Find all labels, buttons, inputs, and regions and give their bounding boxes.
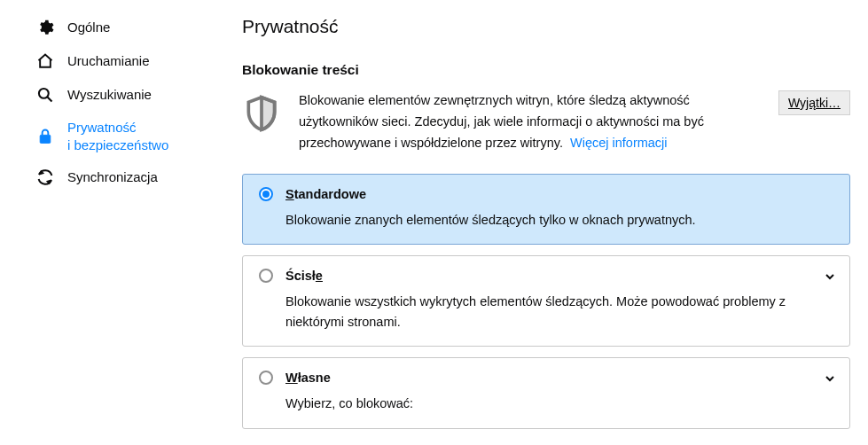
sync-icon — [35, 168, 55, 187]
sidebar-item-general[interactable]: Ogólne — [0, 11, 217, 44]
option-standard[interactable]: Standardowe Blokowanie znanych elementów… — [242, 174, 850, 245]
sidebar-item-label: Wyszukiwanie — [67, 86, 152, 104]
sidebar-item-label: Ogólne — [67, 19, 110, 36]
sidebar-item-search[interactable]: Wyszukiwanie — [0, 78, 217, 112]
section-title: Blokowanie treści — [242, 62, 850, 78]
sidebar-item-label: Synchronizacja — [67, 168, 158, 186]
option-description: Blokowanie wszystkich wykrytych elementó… — [285, 292, 833, 332]
svg-rect-2 — [40, 135, 51, 143]
chevron-down-icon — [825, 372, 835, 383]
sidebar-item-label: Uruchamianie — [67, 52, 150, 70]
chevron-down-icon — [825, 270, 835, 281]
option-header: Własne — [259, 371, 833, 385]
sidebar: Ogólne Uruchamianie Wyszukiwanie Prywatn… — [0, 0, 217, 445]
main-content: Prywatność Blokowanie treści Blokowanie … — [217, 0, 868, 445]
svg-point-0 — [39, 89, 49, 98]
option-title: Własne — [285, 371, 331, 385]
more-info-link[interactable]: Więcej informacji — [570, 136, 668, 150]
option-custom[interactable]: Własne Wybierz, co blokować: — [242, 357, 850, 428]
option-title: Ścisłe — [285, 269, 323, 283]
lock-icon — [35, 127, 55, 146]
option-header: Standardowe — [259, 187, 833, 201]
radio-strict[interactable] — [259, 269, 273, 283]
option-description: Blokowanie znanych elementów śledzących … — [285, 210, 833, 230]
radio-standard[interactable] — [259, 187, 273, 201]
section-description-row: Blokowanie elementów zewnętrznych witryn… — [242, 90, 850, 154]
exceptions-button[interactable]: Wyjątki… — [778, 90, 850, 115]
sidebar-item-label: Prywatność i bezpieczeństwo — [67, 119, 168, 153]
radio-custom[interactable] — [259, 371, 273, 385]
sidebar-item-sync[interactable]: Synchronizacja — [0, 160, 217, 194]
svg-line-1 — [48, 98, 52, 102]
gear-icon — [35, 18, 55, 37]
page-title: Prywatność — [242, 16, 850, 37]
option-header: Ścisłe — [259, 269, 833, 283]
blocking-options: Standardowe Blokowanie znanych elementów… — [242, 174, 850, 429]
option-title: Standardowe — [285, 187, 366, 201]
sidebar-item-startup[interactable]: Uruchamianie — [0, 44, 217, 78]
search-icon — [35, 85, 55, 105]
section-description: Blokowanie elementów zewnętrznych witryn… — [299, 90, 724, 154]
option-strict[interactable]: Ścisłe Blokowanie wszystkich wykrytych e… — [242, 255, 850, 347]
home-icon — [35, 51, 55, 71]
option-description: Wybierz, co blokować: — [285, 394, 833, 413]
sidebar-item-privacy[interactable]: Prywatność i bezpieczeństwo — [0, 112, 217, 160]
shield-icon — [242, 92, 281, 137]
